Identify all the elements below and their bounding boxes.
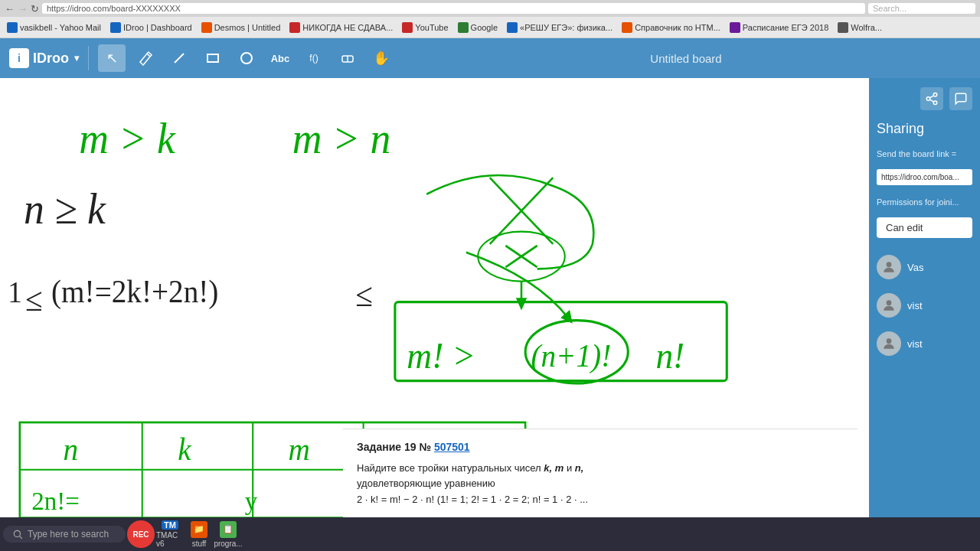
taskbar-icon-program[interactable]: 📋 progra... (214, 520, 242, 548)
svg-point-36 (926, 97, 930, 101)
svg-point-35 (933, 93, 937, 97)
browser-chrome: ← → ↻ https://idroo.com/board-XXXXXXXX S… (0, 0, 980, 17)
bookmark-ege-label: Расписание ЕГЭ 2018 (743, 23, 828, 32)
svg-text:m > n: m > n (292, 114, 391, 161)
board-title: Untitled board (401, 52, 971, 65)
toolbar-separator-1 (88, 46, 89, 70)
bookmark-nikogda-icon (289, 22, 300, 33)
svg-point-2 (241, 53, 252, 64)
bookmark-idroo[interactable]: IDroo | Dashboard (106, 21, 196, 34)
bookmarks-bar: vasikbell - Yahoo Mail IDroo | Dashboard… (0, 17, 980, 38)
svg-point-43 (14, 530, 20, 536)
doc-text2: и (567, 462, 572, 474)
user-row-vist-2: vist (877, 328, 972, 359)
bookmark-reshu[interactable]: «РЕШУ ЕГЭ»: физика... (503, 21, 616, 34)
bookmark-yahoo[interactable]: vasikbell - Yahoo Mail (3, 21, 105, 34)
tool-circle-btn[interactable] (233, 44, 260, 72)
user-name-vist-1: vist (907, 300, 923, 311)
bookmark-sprav-icon (622, 22, 632, 33)
tool-text-btn[interactable]: Abc (266, 44, 294, 72)
taskbar-icon-tmac[interactable]: TM TMAC v6 (156, 520, 184, 548)
taskbar-search-text: Type here to search (28, 529, 109, 540)
tool-eraser-btn[interactable] (334, 44, 361, 72)
taskbar-icon-stuff[interactable]: 📁 stuff (185, 520, 213, 548)
idroo-logo[interactable]: i IDroo ▾ (9, 48, 79, 68)
svg-rect-1 (207, 54, 218, 62)
doc-text4: 2 · k! = m! − 2 · n! (1! = 1; 2! = 1 · 2… (357, 494, 588, 505)
right-panel: Sharing Send the board link = https://id… (869, 78, 980, 551)
bookmark-desmos-label: Desmos | Untitled (214, 23, 281, 32)
user-name-vist-2: vist (907, 338, 923, 350)
svg-text:n: n (64, 432, 79, 467)
search-icon (12, 529, 23, 540)
svg-line-38 (929, 99, 933, 102)
stuff-label: stuff (192, 540, 207, 548)
nav-forward-btn[interactable]: → (18, 3, 28, 15)
user-avatar-vas (877, 255, 901, 279)
tmac-label: TMAC v6 (156, 531, 184, 548)
svg-line-39 (929, 96, 933, 98)
url-bar[interactable]: https://idroo.com/board-XXXXXXXX (42, 3, 865, 14)
svg-text:(n+1)!: (n+1)! (531, 338, 611, 373)
bookmark-yahoo-icon (7, 22, 18, 33)
svg-marker-20 (516, 298, 527, 310)
tool-rect-btn[interactable] (199, 44, 227, 72)
bookmark-google[interactable]: Google (454, 21, 501, 34)
svg-text:k: k (178, 432, 192, 467)
tool-select-btn[interactable]: ↖ (98, 44, 126, 72)
program-label: progra... (214, 540, 242, 548)
program-icon: 📋 (220, 521, 237, 538)
rec-badge: REC (127, 520, 155, 548)
doc-k-italic: k, (544, 462, 552, 474)
stuff-icon: 📁 (191, 521, 207, 538)
bookmark-ege[interactable]: Расписание ЕГЭ 2018 (726, 21, 832, 34)
doc-task-title: Задание 19 № 507501 (357, 439, 844, 455)
bookmark-nikogda[interactable]: НИКОГДА НЕ СДАВА... (286, 21, 397, 34)
user-avatar-vist-1 (877, 293, 901, 318)
sharing-link-box[interactable]: https://idroo.com/boa... (877, 169, 972, 185)
svg-text:≤: ≤ (25, 281, 43, 318)
svg-text:n!: n! (655, 336, 684, 376)
bookmark-wolfram[interactable]: Wolfra... (834, 21, 886, 34)
svg-text:n ≥ k: n ≥ k (24, 185, 106, 233)
logo-text: IDroo (33, 51, 69, 67)
bookmark-youtube[interactable]: YouTube (398, 21, 452, 34)
svg-point-37 (933, 101, 937, 105)
tool-pan-btn[interactable]: ✋ (368, 44, 395, 72)
bookmark-youtube-icon (402, 22, 413, 33)
sharing-link-label: Send the board link = (877, 149, 972, 158)
bookmark-idroo-icon (110, 22, 121, 33)
tool-pen-btn[interactable] (132, 44, 159, 72)
bookmark-wolfram-icon (838, 22, 848, 33)
nav-refresh-btn[interactable]: ↻ (31, 3, 39, 15)
nav-back-btn[interactable]: ← (5, 3, 15, 15)
bookmark-desmos[interactable]: Desmos | Untitled (198, 21, 285, 34)
svg-text:2n!=: 2n!= (31, 486, 80, 515)
bookmark-desmos-icon (201, 22, 212, 33)
can-edit-btn[interactable]: Can edit (877, 217, 972, 238)
svg-text:m: m (289, 432, 310, 467)
user-row-vist-1: vist (877, 290, 972, 321)
user-row-vas: Vas (877, 252, 972, 282)
search-bar[interactable]: Search... (868, 3, 975, 14)
doc-task-label: Задание 19 № (357, 441, 431, 453)
bookmark-sprav[interactable]: Справочник по HTM... (618, 21, 724, 34)
user-avatar-vist-2 (877, 331, 901, 356)
doc-body-text: Найдите все тройки натуральных чисел k, … (357, 461, 844, 508)
svg-text:m > k: m > k (79, 114, 176, 161)
share-icon-btn[interactable] (920, 87, 943, 110)
tmac-icon: TM (162, 520, 178, 530)
logo-dropdown-caret: ▾ (74, 53, 79, 64)
taskbar-icon-rec[interactable]: REC (127, 520, 155, 548)
taskbar-search[interactable]: Type here to search (3, 526, 126, 543)
bookmark-google-label: Google (471, 23, 498, 32)
tool-line-btn[interactable] (165, 44, 193, 72)
svg-line-44 (20, 536, 22, 539)
chat-icon-btn[interactable] (949, 87, 972, 110)
tool-formula-btn[interactable]: f() (300, 44, 328, 72)
svg-point-41 (887, 300, 892, 305)
user-name-vas: Vas (907, 262, 923, 273)
bookmark-idroo-label: IDroo | Dashboard (123, 23, 192, 32)
doc-task-link[interactable]: 507501 (434, 441, 470, 453)
svg-point-42 (887, 338, 892, 344)
